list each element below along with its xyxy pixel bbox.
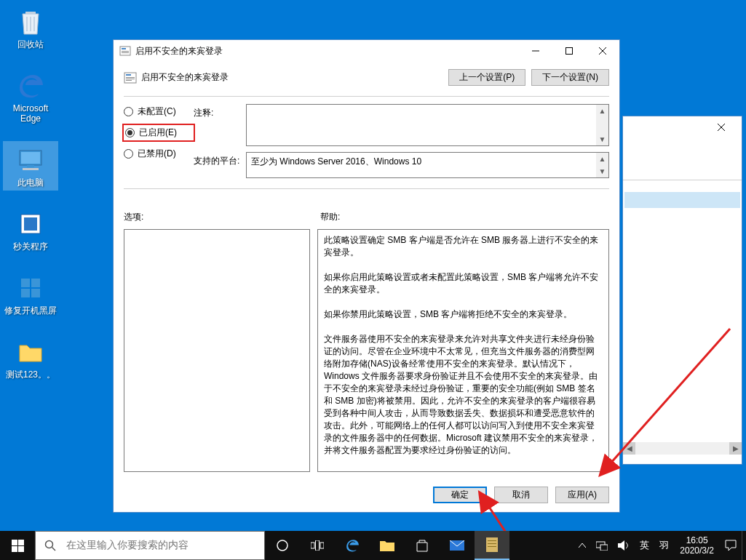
close-button[interactable]	[586, 41, 619, 62]
desktop-icon-label: 回收站	[17, 39, 44, 49]
platform-value: 至少为 Windows Server 2016、Windows 10	[251, 156, 421, 167]
radio-enabled[interactable]: 已启用(E)	[124, 125, 194, 140]
radio-label: 已启用(E)	[139, 127, 177, 139]
maximize-button[interactable]	[552, 41, 586, 62]
radio-label: 已禁用(D)	[138, 148, 176, 160]
clock-date: 2020/3/2	[680, 545, 714, 556]
cortana-icon[interactable]	[265, 531, 300, 560]
recycle-bin-icon	[15, 6, 47, 38]
policy-dialog: 启用不安全的来宾登录 启用不安全的来宾登录 上一个设置(P) 下一个设置(N)	[113, 39, 620, 513]
desktop: 回收站 Microsoft Edge 此电脑 秒关程序 修复开机黑屏	[0, 0, 746, 560]
background-dialog: ◀▶	[622, 116, 742, 465]
horizontal-scrollbar[interactable]: ◀▶	[623, 442, 742, 455]
svg-rect-22	[12, 540, 17, 545]
desktop-icon-recycle-bin[interactable]: 回收站	[3, 3, 58, 52]
previous-setting-button[interactable]: 上一个设置(P)	[448, 69, 525, 86]
svg-rect-23	[18, 540, 24, 545]
svg-rect-19	[126, 80, 132, 81]
action-center-icon[interactable]	[720, 531, 742, 560]
svg-rect-25	[18, 546, 24, 552]
taskbar-edge-icon[interactable]	[335, 531, 370, 560]
svg-rect-18	[126, 79, 135, 79]
this-pc-icon	[15, 144, 47, 176]
taskbar-mail-icon[interactable]	[440, 531, 475, 560]
list-item[interactable]	[624, 192, 740, 208]
comment-label: 注释:	[194, 104, 246, 119]
svg-rect-13	[122, 52, 129, 53]
supported-platform-box: 至少为 Windows Server 2016、Windows 10 ▲▼	[246, 152, 609, 178]
desktop-icon-app2[interactable]: 修复开机黑屏	[3, 269, 58, 319]
app-icon	[15, 208, 47, 240]
svg-point-26	[46, 541, 53, 548]
svg-rect-30	[316, 540, 320, 551]
desktop-icon-label: 测试123。。	[6, 369, 55, 380]
desktop-icon-folder[interactable]: 测试123。。	[3, 333, 58, 383]
help-label: 帮助:	[320, 211, 609, 223]
radio-disabled[interactable]: 已禁用(D)	[124, 148, 194, 160]
vertical-scrollbar[interactable]: ▲▼	[596, 153, 608, 177]
svg-rect-7	[31, 279, 40, 287]
svg-rect-38	[600, 545, 608, 551]
radio-icon	[124, 107, 133, 116]
taskbar: 在这里输入你要搜索的内容 英 羽 16:05 2020/3/2	[0, 531, 746, 560]
desktop-icon-this-pc[interactable]: 此电脑	[3, 141, 58, 191]
svg-rect-8	[21, 289, 30, 297]
svg-rect-31	[320, 543, 324, 548]
show-desktop-button[interactable]	[742, 531, 746, 560]
svg-point-28	[277, 540, 287, 551]
titlebar[interactable]: 启用不安全的来宾登录	[114, 40, 619, 62]
tray-chevron-up-icon[interactable]	[574, 531, 591, 560]
apply-button[interactable]: 应用(A)	[555, 487, 609, 503]
ok-button[interactable]: 确定	[433, 487, 487, 503]
radio-label: 未配置(C)	[138, 105, 176, 118]
svg-line-27	[52, 548, 56, 551]
taskbar-explorer-icon[interactable]	[370, 531, 405, 560]
svg-rect-16	[126, 74, 131, 76]
svg-rect-12	[122, 51, 129, 52]
minimize-button[interactable]	[519, 41, 552, 62]
svg-rect-11	[122, 48, 126, 49]
clock-time: 16:05	[686, 535, 708, 545]
svg-rect-24	[12, 546, 17, 552]
search-placeholder: 在这里输入你要搜索的内容	[65, 539, 264, 552]
edge-icon	[15, 70, 47, 102]
ime-mode[interactable]: 羽	[654, 531, 674, 560]
svg-rect-14	[566, 48, 573, 55]
taskbar-search[interactable]: 在这里输入你要搜索的内容	[35, 531, 265, 560]
close-icon[interactable]	[707, 117, 736, 137]
search-icon	[36, 540, 65, 551]
window-title: 启用不安全的来宾登录	[135, 45, 519, 57]
ime-language[interactable]: 英	[635, 531, 654, 560]
svg-rect-33	[486, 537, 498, 552]
svg-rect-9	[31, 289, 40, 297]
desktop-icon-label: 修复开机黑屏	[4, 305, 57, 316]
taskbar-store-icon[interactable]	[405, 531, 440, 560]
taskbar-clock[interactable]: 16:05 2020/3/2	[674, 535, 720, 556]
desktop-icon-edge[interactable]: Microsoft Edge	[3, 67, 58, 127]
desktop-icon-label: 此电脑	[17, 177, 44, 188]
policy-heading: 启用不安全的来宾登录	[141, 71, 448, 84]
options-pane	[124, 229, 310, 472]
tray-volume-icon[interactable]	[613, 531, 635, 560]
help-pane[interactable]: 此策略设置确定 SMB 客户端是否允许在 SMB 服务器上进行不安全的来宾登录。…	[317, 229, 609, 472]
task-view-icon[interactable]	[300, 531, 335, 560]
desktop-icon-app1[interactable]: 秒关程序	[3, 205, 58, 255]
desktop-icon-label: 秒关程序	[13, 241, 48, 252]
next-setting-button[interactable]: 下一个设置(N)	[531, 69, 609, 86]
svg-rect-35	[488, 543, 496, 544]
policy-icon	[119, 45, 131, 57]
tray-network-icon[interactable]	[591, 531, 613, 560]
svg-rect-1	[21, 152, 40, 164]
comment-textarea[interactable]: ▲▼	[246, 104, 609, 146]
taskbar-notepad-icon[interactable]	[475, 531, 509, 560]
svg-rect-29	[311, 543, 314, 548]
vertical-scrollbar[interactable]: ▲▼	[596, 105, 608, 145]
radio-not-configured[interactable]: 未配置(C)	[124, 105, 194, 118]
radio-icon	[125, 128, 135, 137]
start-button[interactable]	[0, 531, 35, 560]
cancel-button[interactable]: 取消	[494, 487, 548, 503]
svg-rect-5	[24, 217, 37, 231]
policy-icon	[124, 71, 137, 84]
svg-rect-17	[126, 77, 135, 78]
desktop-icon-label: Microsoft Edge	[3, 103, 58, 124]
